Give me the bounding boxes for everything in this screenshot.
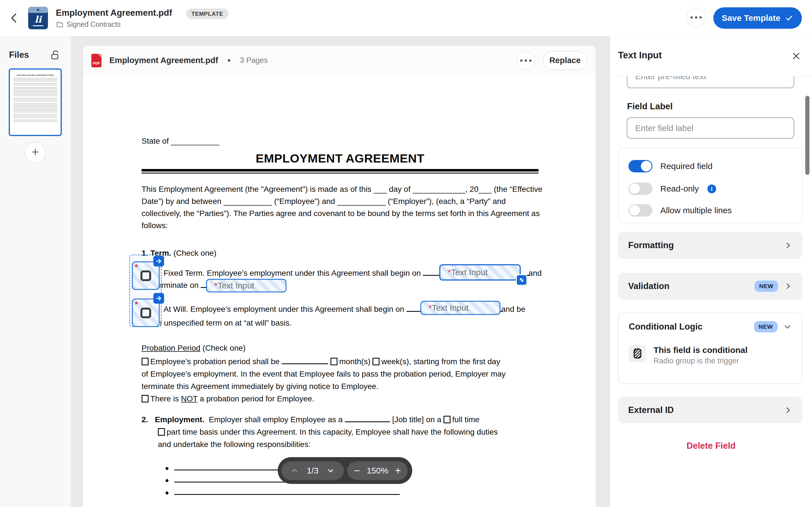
template-badge: TEMPLATE: [186, 8, 229, 19]
page-thumbnail[interactable]: NON-DISCLOSURE AGREEMENT (NDA): [9, 68, 62, 136]
document-title: EMPLOYMENT AGREEMENT: [142, 152, 539, 165]
add-file-button[interactable]: +: [24, 142, 46, 163]
field-label-heading: Field Label: [627, 101, 673, 112]
header-more-button[interactable]: [686, 8, 706, 27]
replace-button[interactable]: Replace: [543, 51, 587, 70]
multiline-row: Allow multiple lines: [628, 204, 732, 217]
chevron-down-icon: [783, 323, 792, 331]
breadcrumb[interactable]: Signed Contracts: [56, 20, 121, 29]
doc-checkbox: [331, 358, 338, 365]
chevron-right-icon: [784, 406, 792, 414]
doc-checkbox: [142, 358, 149, 365]
page-nav-control: 1/3: [282, 461, 344, 480]
info-icon[interactable]: i: [707, 184, 716, 193]
checkbox-glyph: [140, 307, 151, 318]
conditional-field-icon: [629, 345, 646, 362]
top-header: li Employment Agreement.pdf TEMPLATE Sig…: [0, 0, 812, 36]
close-icon[interactable]: [791, 50, 802, 62]
checkbox-glyph: [140, 270, 151, 281]
pdf-file-icon: PDF: [91, 54, 101, 67]
title-rule: [142, 169, 539, 172]
thumbnail-title: NON-DISCLOSURE AGREEMENT (NDA): [13, 74, 58, 76]
section-formatting[interactable]: Formatting: [618, 232, 802, 259]
app-logo-icon: li: [28, 7, 48, 29]
pdf-page: State of ___________ EMPLOYMENT AGREEMEN…: [83, 75, 596, 507]
text-input-field[interactable]: *Text Input: [420, 301, 500, 315]
app-root: li Employment Agreement.pdf TEMPLATE Sig…: [0, 0, 812, 507]
files-heading: Files: [9, 50, 29, 60]
duty-bullet-line: ●: [165, 487, 400, 499]
viewer-toolbar: 1/3 − 150% +: [278, 457, 412, 484]
pdf-card: PDF Employment Agreement.pdf 3 Pages Rep…: [83, 46, 596, 507]
back-icon[interactable]: [8, 12, 20, 24]
doc-checkbox: [158, 428, 165, 436]
field-label-input[interactable]: [627, 117, 794, 138]
toggle-options-card: Required field Read-only i Allow multipl…: [618, 147, 802, 223]
multiline-toggle[interactable]: [628, 204, 652, 217]
arrow-right-icon: [155, 295, 162, 302]
chevron-right-icon: [784, 282, 792, 290]
pdf-file-name: Employment Agreement.pdf: [109, 56, 218, 65]
probation-line-4: There is NOT a probation period for Empl…: [142, 393, 314, 405]
new-badge: NEW: [755, 281, 778, 292]
section-validation[interactable]: Validation NEW: [618, 273, 802, 300]
page-count: 3 Pages: [240, 56, 268, 65]
arrow-right-icon: [155, 258, 162, 265]
zoom-control: − 150% +: [347, 461, 408, 480]
field-settings-panel: Text Input Enter pre-filled text Field L…: [610, 36, 812, 507]
text-input-field-selected[interactable]: *Text Input: [439, 264, 521, 281]
field-arrow-badge[interactable]: [153, 256, 164, 267]
probation-line-1: Employee’s probation period shall be mon…: [142, 356, 500, 368]
resize-handle-icon[interactable]: [516, 274, 527, 286]
employment-line-1: 2.Employment. Employer shall employ Empl…: [142, 414, 479, 426]
conditional-status: This field is conditional Radio group is…: [629, 345, 748, 365]
employment-line-3: and undertake the following responsibili…: [158, 439, 311, 450]
probation-heading: Probation Period (Check one): [142, 342, 246, 354]
panel-title: Text Input: [618, 50, 662, 61]
conditional-logic-header[interactable]: Conditional Logic NEW: [619, 313, 802, 340]
zoom-level: 150%: [367, 466, 389, 475]
save-template-button[interactable]: Save Template: [713, 7, 802, 29]
read-only-toggle[interactable]: [628, 182, 652, 195]
files-sidebar: Files NON-DISCLOSURE AGREEMENT (NDA) +: [0, 36, 71, 507]
employment-line-2: part time basis under this Agreement. In…: [158, 426, 498, 438]
pdf-card-header: PDF Employment Agreement.pdf 3 Pages Rep…: [83, 46, 596, 75]
folder-name: Signed Contracts: [66, 20, 121, 29]
prefill-text-input[interactable]: Enter pre-filled text: [627, 76, 794, 88]
folder-icon: [56, 20, 64, 29]
required-field-toggle[interactable]: [628, 160, 652, 172]
doc-checkbox: [444, 416, 451, 424]
state-line: State of ___________: [142, 135, 219, 147]
read-only-row: Read-only i: [628, 182, 716, 195]
doc-checkbox: [142, 395, 149, 402]
check-icon: [785, 14, 794, 22]
chevron-right-icon: [784, 241, 792, 249]
ellipsis-icon: [520, 59, 531, 62]
probation-line-2: of Employee’s employment. In the event t…: [142, 368, 506, 380]
dot-separator: [228, 59, 231, 62]
page-title: Employment Agreement.pdf: [56, 8, 172, 18]
panel-scrollbar[interactable]: [805, 96, 809, 175]
delete-field-button[interactable]: Delete Field: [610, 441, 812, 451]
pdf-more-button[interactable]: [517, 52, 535, 69]
field-arrow-badge[interactable]: [153, 293, 164, 304]
ellipsis-icon: [691, 16, 702, 18]
page-indicator: 1/3: [307, 466, 319, 475]
page-up-icon[interactable]: [290, 466, 299, 475]
at-will-cont-line: for an unspecified term on at “at will” …: [142, 317, 292, 329]
new-badge: NEW: [754, 321, 778, 332]
document-viewer: PDF Employment Agreement.pdf 3 Pages Rep…: [71, 36, 610, 507]
text-input-field[interactable]: *Text Input: [206, 279, 287, 292]
probation-line-3: terminate this Agreement immediately by …: [142, 381, 378, 392]
unlock-icon[interactable]: [50, 49, 61, 61]
page-down-icon[interactable]: [326, 466, 336, 475]
required-field-row: Required field: [628, 160, 712, 172]
section-external-id[interactable]: External ID: [618, 397, 802, 424]
intro-paragraph: This Employment Agreement (the "Agreemen…: [142, 183, 545, 231]
doc-checkbox: [372, 358, 379, 365]
section-conditional-logic: Conditional Logic NEW: [618, 313, 802, 384]
